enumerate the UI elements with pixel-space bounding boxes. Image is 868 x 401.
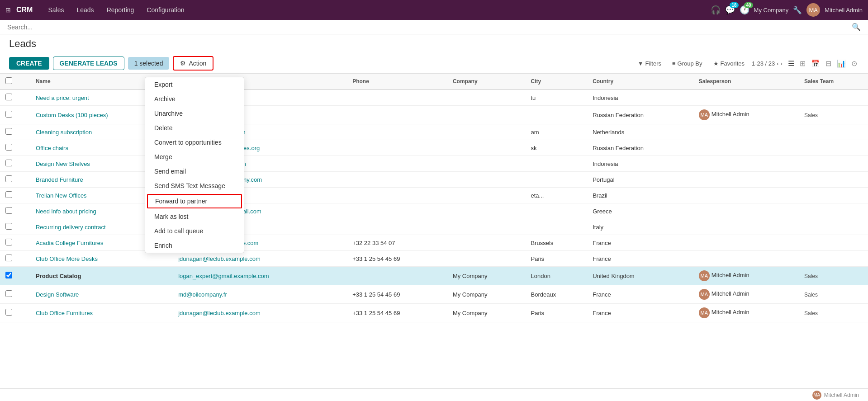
search-input[interactable] [7,24,852,31]
pagination-prev[interactable]: ‹ [777,60,778,67]
row-checkbox-cell[interactable] [0,219,30,235]
row-name[interactable]: Product Catalog [30,267,173,285]
row-checkbox-cell[interactable] [0,140,30,156]
favorites-button[interactable]: ★ Favorites [710,58,748,69]
row-checkbox[interactable] [5,175,12,182]
graph-view-icon[interactable]: 📊 [835,58,848,69]
action-convert[interactable]: Convert to opportunities [145,135,244,150]
action-export[interactable]: Export [145,77,244,92]
lead-name-link[interactable]: Need info about pricing [36,208,96,215]
select-all-checkbox[interactable] [5,77,12,84]
action-unarchive[interactable]: Unarchive [145,106,244,121]
row-checkbox-cell[interactable] [0,267,30,285]
pagination-next[interactable]: › [781,60,783,67]
helpdesk-icon[interactable]: 🎧 [711,5,721,15]
lead-email-link[interactable]: jdunagan@leclub.example.com [178,255,261,262]
lead-email-link[interactable]: logan_expert@gmail.example.com [178,273,269,279]
row-checkbox-cell[interactable] [0,235,30,251]
row-name[interactable]: Club Office Furnitures [30,304,173,322]
row-checkbox-cell[interactable] [0,251,30,267]
kanban-view-icon[interactable]: ⊞ [798,58,807,69]
header-country[interactable]: Country [587,74,693,90]
pivot-view-icon[interactable]: ⊟ [824,58,833,69]
row-checkbox[interactable] [5,272,12,278]
lead-name-link[interactable]: Office chairs [36,145,68,151]
row-checkbox[interactable] [5,160,12,166]
header-phone[interactable]: Phone [347,74,447,90]
action-forward-to-partner[interactable]: Forward to partner [147,194,242,208]
action-archive[interactable]: Archive [145,92,244,106]
create-button[interactable]: CREATE [9,57,49,70]
row-email[interactable]: md@oilcompany.fr [173,285,347,304]
row-checkbox[interactable] [5,111,12,118]
user-avatar[interactable]: MA [806,3,820,17]
row-checkbox[interactable] [5,191,12,198]
lead-name-link[interactable]: Cleaning subscription [36,129,92,136]
row-checkbox-cell[interactable] [0,188,30,203]
action-send-email[interactable]: Send email [145,164,244,179]
lead-name-link[interactable]: Need a price: urgent [36,94,89,101]
lead-email-link[interactable]: jdunagan@leclub.example.com [178,310,261,316]
header-checkbox[interactable] [0,74,30,90]
activity-icon[interactable]: 🕐 40 [740,5,749,15]
action-mark-lost[interactable]: Mark as lost [145,209,244,224]
nav-leads[interactable]: Leads [70,0,100,20]
header-city[interactable]: City [526,74,588,90]
action-add-call-queue[interactable]: Add to call queue [145,224,244,238]
filters-button[interactable]: ▼ Filters [634,58,665,69]
row-checkbox[interactable] [5,223,12,230]
groupby-button[interactable]: ≡ Group By [669,58,706,69]
row-checkbox[interactable] [5,94,12,100]
nav-reporting[interactable]: Reporting [100,0,141,20]
lead-name-link[interactable]: Custom Desks (100 pieces) [36,112,108,118]
header-team[interactable]: Sales Team [799,74,868,90]
lead-email-link[interactable]: md@oilcompany.fr [178,291,227,298]
action-merge[interactable]: Merge [145,150,244,164]
action-enrich[interactable]: Enrich [145,238,244,253]
action-button[interactable]: ⚙ Action [173,56,213,71]
company-name[interactable]: My Company [754,7,789,14]
nav-sales[interactable]: Sales [42,0,70,20]
lead-name-link[interactable]: Trelian New Offices [36,192,87,199]
row-checkbox[interactable] [5,239,12,245]
row-name[interactable]: Design Software [30,285,173,304]
row-checkbox[interactable] [5,309,12,316]
lead-name-link[interactable]: Branded Furniture [36,176,83,183]
search-icon[interactable]: 🔍 [852,23,861,31]
action-delete[interactable]: Delete [145,121,244,135]
user-name[interactable]: Mitchell Admin [825,7,863,14]
app-brand[interactable]: CRM [16,6,33,14]
calendar-view-icon[interactable]: 📅 [809,58,822,69]
activity-view-icon[interactable]: ⊙ [849,58,859,69]
apps-icon[interactable]: ⊞ [5,6,11,14]
row-checkbox-cell[interactable] [0,203,30,219]
settings-icon[interactable]: 🔧 [793,6,802,14]
chat-icon[interactable]: 💬 18 [725,5,735,15]
lead-name-link[interactable]: Club Office More Desks [36,255,98,262]
row-email[interactable]: jdunagan@leclub.example.com [173,304,347,322]
row-checkbox[interactable] [5,207,12,214]
lead-name-link[interactable]: Design Software [36,291,79,298]
row-checkbox[interactable] [5,144,12,151]
header-salesperson[interactable]: Salesperson [693,74,799,90]
lead-name-link[interactable]: Design New Shelves [36,160,90,167]
lead-name-link[interactable]: Product Catalog [36,273,81,279]
row-checkbox-cell[interactable] [0,285,30,304]
lead-name-link[interactable]: Recurring delivery contract [36,224,106,231]
row-checkbox-cell[interactable] [0,156,30,172]
row-checkbox[interactable] [5,255,12,261]
row-checkbox-cell[interactable] [0,172,30,188]
row-checkbox-cell[interactable] [0,90,30,106]
header-company[interactable]: Company [447,74,526,90]
list-view-icon[interactable]: ☰ [786,58,796,69]
row-checkbox-cell[interactable] [0,124,30,140]
generate-leads-button[interactable]: GENERATE LEADS [53,57,124,70]
lead-name-link[interactable]: Acadia College Furnitures [36,240,104,246]
row-checkbox[interactable] [5,290,12,297]
nav-configuration[interactable]: Configuration [140,0,190,20]
row-checkbox-cell[interactable] [0,304,30,322]
lead-name-link[interactable]: Club Office Furnitures [36,310,93,316]
row-checkbox-cell[interactable] [0,106,30,124]
row-checkbox[interactable] [5,128,12,135]
row-email[interactable]: logan_expert@gmail.example.com [173,267,347,285]
